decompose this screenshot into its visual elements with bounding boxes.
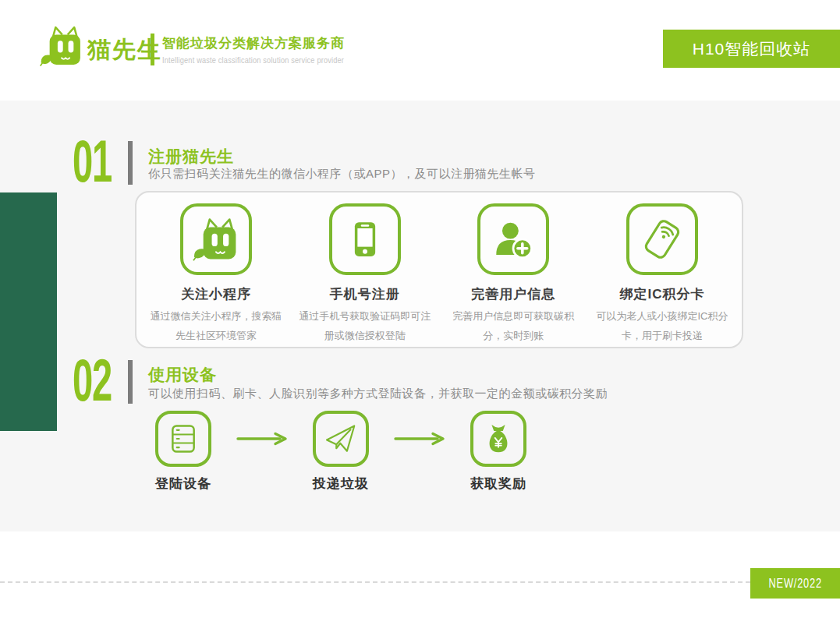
new-badge-label: NEW/2022 (768, 577, 821, 591)
header: 猫先生 智能垃圾分类解决方案服务商 Intelligent waste clas… (0, 0, 840, 101)
brand-taglines: 智能垃圾分类解决方案服务商 Intelligent waste classifi… (162, 34, 360, 65)
step1-divider (128, 141, 133, 185)
usage-flow: 登陆设备 投递垃圾 (154, 411, 528, 493)
cat-logo-icon (39, 23, 84, 69)
device-icon (155, 411, 211, 467)
phone-icon (329, 203, 401, 275)
paper-plane-icon (313, 411, 369, 467)
arrow-right-icon (394, 432, 445, 449)
left-accent-block (0, 192, 57, 431)
step2-divider (128, 360, 133, 404)
step2-title: 使用设备 (148, 364, 217, 386)
card-desc: 通过手机号获取验证码即可注册或微信授权登陆 (296, 306, 434, 346)
card-title: 关注小程序 (181, 285, 251, 303)
card-follow-mini-program: 关注小程序 通过微信关注小程序，搜索猫先生社区环境管家 (144, 203, 288, 347)
footer-dashed-line (0, 581, 750, 583)
flow-label: 登陆设备 (155, 475, 211, 493)
step2-subtitle: 可以使用扫码、刷卡、人脸识别等多种方式登陆设备，并获取一定的金额或碳积分奖励 (148, 387, 608, 401)
flow-item-login-device: 登陆设备 (154, 411, 213, 493)
card-title: 手机号注册 (330, 285, 400, 303)
money-bag-icon (470, 411, 526, 467)
flow-item-get-reward: 获取奖励 (469, 411, 528, 493)
flow-item-drop-waste: 投递垃圾 (311, 411, 370, 493)
card-title: 绑定IC积分卡 (619, 285, 704, 303)
arrow-right-icon (236, 432, 288, 449)
card-desc: 完善用户信息即可获取碳积分，实时到账 (445, 306, 582, 346)
card-desc: 可以为老人或小孩绑定IC积分卡，用于刷卡投递 (594, 306, 731, 346)
card-desc: 通过微信关注小程序，搜索猫先生社区环境管家 (147, 306, 285, 346)
card-complete-profile: 完善用户信息 完善用户信息即可获取碳积分，实时到账 (441, 203, 585, 347)
registration-cards-panel: 关注小程序 通过微信关注小程序，搜索猫先生社区环境管家 手机号注册 通过手机号获… (135, 191, 743, 348)
product-model-badge: H10智能回收站 (663, 30, 840, 68)
brand-divider (151, 34, 154, 65)
tagline-en: Intelligent waste classification solutio… (162, 56, 344, 65)
tagline-zh: 智能垃圾分类解决方案服务商 (162, 34, 360, 52)
card-title: 完善用户信息 (471, 285, 555, 303)
step1-title: 注册猫先生 (148, 146, 234, 168)
step1-number: 01 (73, 139, 112, 184)
ic-card-icon (626, 203, 698, 275)
flow-label: 投递垃圾 (313, 475, 369, 493)
step1-subtitle: 你只需扫码关注猫先生的微信小程序（或APP），及可以注册猫先生帐号 (148, 167, 536, 182)
flow-label: 获取奖励 (470, 475, 526, 493)
card-bind-ic-card: 绑定IC积分卡 可以为老人或小孩绑定IC积分卡，用于刷卡投递 (590, 203, 734, 347)
add-user-icon (477, 203, 549, 275)
card-phone-register: 手机号注册 通过手机号获取验证码即可注册或微信授权登陆 (293, 203, 437, 347)
new-year-badge: NEW/2022 (750, 568, 840, 599)
mini-program-cat-icon (180, 203, 252, 275)
step2-number: 02 (73, 358, 112, 403)
infographic-page: 猫先生 智能垃圾分类解决方案服务商 Intelligent waste clas… (0, 0, 840, 618)
